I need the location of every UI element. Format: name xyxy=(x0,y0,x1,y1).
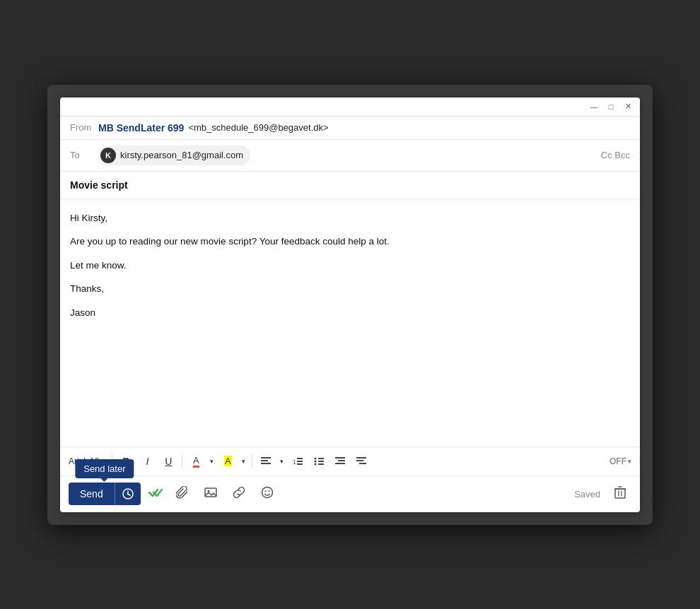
italic-button[interactable]: I xyxy=(137,451,157,471)
emoji-button[interactable] xyxy=(255,482,279,506)
svg-rect-4 xyxy=(297,458,303,459)
close-button[interactable]: ✕ xyxy=(623,102,633,112)
ordered-list-button[interactable]: 1. xyxy=(288,451,308,471)
svg-rect-14 xyxy=(338,460,345,461)
greeting: Hi Kirsty, xyxy=(70,211,630,226)
highlight-icon: A xyxy=(224,456,232,466)
unordered-list-icon xyxy=(314,457,324,466)
insert-image-button[interactable] xyxy=(199,482,223,506)
svg-point-25 xyxy=(264,490,266,492)
to-row: To K kirsty.pearson_81@gmail.com Cc Bcc xyxy=(60,140,640,172)
check-button[interactable] xyxy=(145,482,166,507)
indent-increase-button[interactable] xyxy=(351,451,371,471)
toolbar-divider-3 xyxy=(252,454,252,468)
svg-rect-5 xyxy=(297,461,303,462)
trash-icon xyxy=(614,486,626,499)
toolbar-divider-1 xyxy=(112,454,112,468)
ordered-list-icon: 1. xyxy=(293,457,303,466)
svg-rect-11 xyxy=(318,461,324,462)
maximize-button[interactable]: □ xyxy=(606,102,616,112)
text-color-group: A ▾ xyxy=(186,451,216,471)
svg-rect-10 xyxy=(318,458,324,459)
toolbar-divider-2 xyxy=(182,454,182,468)
svg-rect-1 xyxy=(261,460,268,461)
insert-link-button[interactable] xyxy=(227,482,251,506)
svg-rect-6 xyxy=(297,463,303,465)
svg-point-9 xyxy=(315,463,317,465)
minimize-button[interactable]: — xyxy=(589,102,599,112)
compose-window: — □ ✕ From MB SendLater 699 <mb_schedule… xyxy=(60,97,640,512)
align-dropdown[interactable]: ▾ xyxy=(276,451,286,471)
indent-increase-icon xyxy=(356,457,366,466)
body-line1: Are you up to reading our new movie scri… xyxy=(70,234,630,249)
from-row: From MB SendLater 699 <mb_schedule_699@b… xyxy=(60,117,640,140)
svg-point-23 xyxy=(207,490,209,492)
image-icon xyxy=(204,486,217,499)
svg-rect-12 xyxy=(318,463,324,465)
sign-off: Thanks, xyxy=(70,281,630,297)
emoji-icon xyxy=(261,486,274,499)
font-family-selector[interactable]: Arial xyxy=(69,456,86,466)
text-color-button[interactable]: A xyxy=(186,451,206,471)
recipient-email: kirsty.pearson_81@gmail.com xyxy=(120,150,243,160)
recipient-chip[interactable]: K kirsty.pearson_81@gmail.com xyxy=(98,146,250,165)
delete-button[interactable] xyxy=(609,482,631,506)
indent-decrease-button[interactable] xyxy=(330,451,350,471)
highlight-dropdown[interactable]: ▾ xyxy=(238,451,248,471)
send-button-group: Send later Send xyxy=(69,483,141,505)
font-size-selector[interactable]: 10 ▾ xyxy=(90,456,104,466)
svg-rect-17 xyxy=(356,460,363,461)
subject-row: Movie script xyxy=(60,172,640,199)
to-label: To xyxy=(70,150,98,160)
align-button[interactable] xyxy=(256,451,276,471)
svg-point-8 xyxy=(315,460,317,462)
svg-rect-13 xyxy=(335,457,345,459)
action-toolbar: Send later Send xyxy=(60,475,640,512)
send-button[interactable]: Send xyxy=(69,483,115,505)
from-label: From xyxy=(70,122,98,133)
attach-file-button[interactable] xyxy=(170,482,194,506)
svg-point-7 xyxy=(315,457,317,459)
svg-point-26 xyxy=(268,490,269,492)
off-label: OFF ▾ xyxy=(609,456,631,466)
send-later-button[interactable] xyxy=(115,483,141,505)
align-left-icon xyxy=(261,457,271,466)
svg-rect-15 xyxy=(335,463,345,464)
svg-rect-27 xyxy=(615,489,625,498)
email-body[interactable]: Hi Kirsty, Are you up to reading our new… xyxy=(60,199,640,447)
alignment-group: ▾ xyxy=(256,451,286,471)
send-label: Send xyxy=(80,488,103,499)
link-icon xyxy=(233,486,245,499)
underline-button[interactable]: U xyxy=(158,451,178,471)
paperclip-icon xyxy=(176,486,189,499)
sender-email: <mb_schedule_699@begavet.dk> xyxy=(188,122,328,133)
subject-text: Movie script xyxy=(70,179,128,191)
svg-line-21 xyxy=(128,495,130,496)
highlight-color-group: A ▾ xyxy=(218,451,248,471)
double-check-icon xyxy=(148,485,163,500)
clock-icon xyxy=(122,488,134,499)
title-bar: — □ ✕ xyxy=(60,97,640,117)
svg-rect-16 xyxy=(356,457,366,459)
cc-bcc-button[interactable]: Cc Bcc xyxy=(601,150,630,160)
svg-rect-0 xyxy=(261,457,271,459)
saved-text: Saved xyxy=(574,489,600,499)
bold-button[interactable]: B xyxy=(116,451,136,471)
highlight-button[interactable]: A xyxy=(218,451,238,471)
formatting-toolbar: Arial 10 ▾ B I U A ▾ A ▾ xyxy=(60,447,640,475)
text-color-dropdown[interactable]: ▾ xyxy=(206,451,216,471)
unordered-list-button[interactable] xyxy=(309,451,329,471)
svg-rect-18 xyxy=(359,463,366,464)
font-color-icon: A xyxy=(193,455,199,468)
svg-rect-22 xyxy=(205,488,216,497)
indent-decrease-icon xyxy=(335,457,345,466)
saved-area: Saved xyxy=(574,482,631,506)
signature: Jason xyxy=(70,305,630,321)
svg-rect-2 xyxy=(261,463,271,464)
svg-point-24 xyxy=(262,487,272,498)
avatar: K xyxy=(100,148,116,163)
sender-name: MB SendLater 699 xyxy=(98,122,184,134)
body-line2: Let me know. xyxy=(70,258,630,273)
